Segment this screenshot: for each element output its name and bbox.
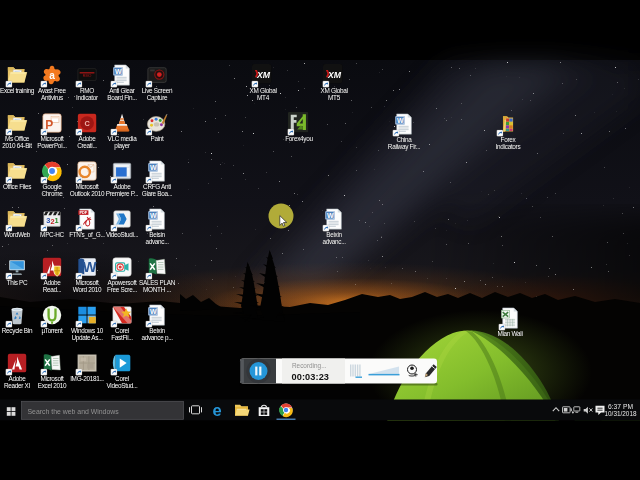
svg-text:Railway Fir...: Railway Fir... bbox=[388, 143, 421, 151]
svg-text:Adobe: Adobe bbox=[44, 279, 62, 286]
svg-text:Corel: Corel bbox=[115, 375, 129, 382]
svg-text:Microsoft: Microsoft bbox=[40, 135, 64, 142]
svg-text:Search the web and Windows: Search the web and Windows bbox=[28, 408, 120, 415]
svg-text:Beixin: Beixin bbox=[149, 327, 165, 334]
svg-text:player: player bbox=[114, 142, 131, 150]
svg-text:Office Files: Office Files bbox=[3, 183, 31, 190]
svg-text:Microsoft: Microsoft bbox=[40, 375, 64, 382]
svg-text:FastFli...: FastFli... bbox=[111, 334, 133, 341]
svg-text:China: China bbox=[396, 136, 412, 143]
svg-text:Paint: Paint bbox=[150, 135, 164, 142]
svg-text:Chrome: Chrome bbox=[42, 190, 64, 197]
svg-text:Board Fin...: Board Fin... bbox=[107, 94, 137, 101]
svg-text:Anti Glear: Anti Glear bbox=[109, 87, 136, 94]
svg-text:Windows 10: Windows 10 bbox=[71, 327, 104, 334]
svg-text:This PC: This PC bbox=[7, 279, 28, 286]
svg-text:Adobe: Adobe bbox=[114, 183, 132, 190]
svg-text:2010 64-Bit: 2010 64-Bit bbox=[2, 142, 32, 149]
svg-text:Free Scre...: Free Scre... bbox=[107, 286, 137, 293]
svg-text:Adobe: Adobe bbox=[9, 375, 27, 382]
svg-text:PowerPoi...: PowerPoi... bbox=[37, 142, 67, 149]
svg-text:Premiere P...: Premiere P... bbox=[106, 190, 139, 197]
svg-text:Excel training: Excel training bbox=[0, 87, 35, 95]
svg-text:µTorrent: µTorrent bbox=[41, 327, 63, 335]
svg-text:MT4: MT4 bbox=[257, 94, 270, 101]
svg-text:Recycle Bin: Recycle Bin bbox=[2, 327, 33, 335]
svg-text:Forex: Forex bbox=[501, 136, 517, 143]
svg-text:Indicators: Indicators bbox=[496, 143, 521, 150]
svg-text:e: e bbox=[212, 401, 221, 419]
svg-text:VLC media: VLC media bbox=[108, 135, 138, 142]
svg-text:Creati...: Creati... bbox=[77, 142, 97, 149]
svg-text:CRFG Anti: CRFG Anti bbox=[143, 183, 171, 190]
svg-text:Update As...: Update As... bbox=[71, 334, 103, 342]
svg-text:MONTH ...: MONTH ... bbox=[143, 286, 171, 293]
svg-text:6:37 PM: 6:37 PM bbox=[608, 403, 633, 410]
svg-text:Read...: Read... bbox=[43, 286, 62, 293]
svg-text:Indicator: Indicator bbox=[76, 94, 99, 101]
svg-text:VideoStudi...: VideoStudi... bbox=[106, 231, 139, 238]
svg-text:XM Global: XM Global bbox=[320, 87, 347, 94]
svg-text:VideoStud...: VideoStud... bbox=[106, 382, 138, 389]
svg-text:WordWeb: WordWeb bbox=[4, 231, 31, 238]
svg-text:IMG-20181...: IMG-20181... bbox=[70, 375, 104, 382]
svg-text:Capture: Capture bbox=[147, 94, 168, 102]
svg-text:Word 2010: Word 2010 bbox=[73, 286, 102, 293]
svg-text:Adobe: Adobe bbox=[79, 135, 97, 142]
svg-text:MT5: MT5 bbox=[328, 94, 341, 101]
svg-text:XM Global: XM Global bbox=[249, 87, 276, 94]
svg-text:00:03:23: 00:03:23 bbox=[292, 372, 330, 382]
svg-text:FTN's_of_G...: FTN's_of_G... bbox=[69, 231, 105, 239]
svg-text:10/31/2018: 10/31/2018 bbox=[605, 410, 637, 417]
svg-text:Microsoft: Microsoft bbox=[75, 279, 99, 286]
svg-text:Beisin: Beisin bbox=[149, 231, 165, 238]
svg-text:Reader XI: Reader XI bbox=[4, 382, 31, 389]
svg-text:Excel 2010: Excel 2010 bbox=[38, 382, 67, 389]
svg-text:Live Screen: Live Screen bbox=[142, 87, 173, 94]
svg-text:Beixin: Beixin bbox=[326, 231, 342, 238]
svg-text:SALES PLAN: SALES PLAN bbox=[139, 279, 176, 286]
svg-text:Antivirus: Antivirus bbox=[41, 94, 63, 101]
svg-text:Recording...: Recording... bbox=[292, 362, 327, 370]
svg-text:advance p...: advance p... bbox=[141, 334, 173, 342]
svg-text:RMO: RMO bbox=[80, 87, 94, 94]
svg-text:Microsoft: Microsoft bbox=[75, 183, 99, 190]
svg-text:Outlook 2010: Outlook 2010 bbox=[70, 190, 105, 197]
svg-text:MPC-HC: MPC-HC bbox=[40, 231, 64, 238]
svg-text:advanc...: advanc... bbox=[322, 238, 346, 245]
svg-text:Corel: Corel bbox=[115, 327, 129, 334]
svg-text:Ms Office: Ms Office bbox=[5, 135, 30, 142]
svg-text:Avast Free: Avast Free bbox=[38, 87, 67, 94]
svg-text:Glare Boa...: Glare Boa... bbox=[142, 190, 173, 197]
svg-text:advanc...: advanc... bbox=[145, 238, 169, 245]
svg-text:Mian Wali: Mian Wali bbox=[497, 330, 522, 337]
svg-text:Forex4you: Forex4you bbox=[285, 135, 313, 143]
